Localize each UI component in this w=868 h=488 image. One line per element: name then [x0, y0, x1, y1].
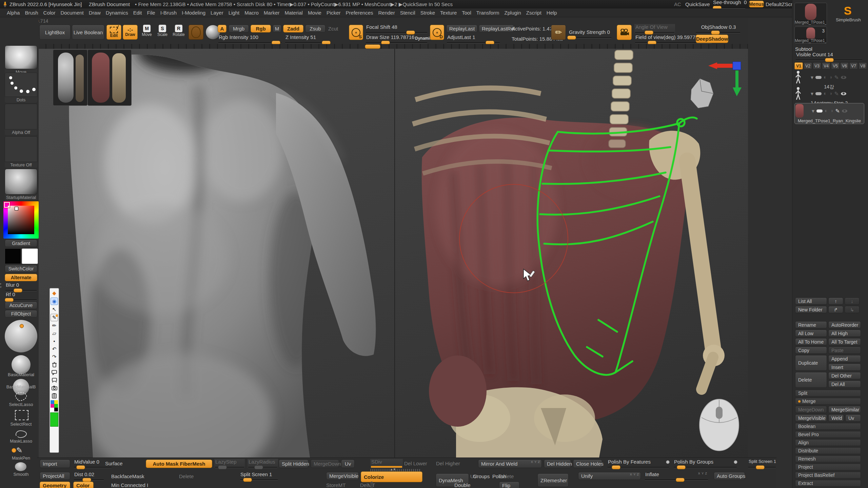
displacement-icon[interactable]: ◑: [829, 90, 832, 97]
bevel-pro-section-header[interactable]: Bevel Pro: [795, 431, 861, 438]
replay-last-button[interactable]: ReplayLast: [446, 25, 477, 33]
min-connected-button[interactable]: Min Connected I: [111, 482, 148, 488]
tray-scroll-arrows[interactable]: ▸▾: [0, 282, 2, 289]
color-sphere-picker[interactable]: [5, 320, 37, 352]
select-cursor-icon[interactable]: ↖: [51, 306, 58, 313]
split-screen-slider-bottom[interactable]: Split Screen 1: [748, 459, 776, 468]
delete-button[interactable]: Delete: [795, 372, 827, 388]
swatch-grid[interactable]: [51, 400, 58, 411]
visibility-icon[interactable]: [841, 92, 846, 95]
main-color-swatch[interactable]: [5, 248, 21, 264]
mask-lasso-icon[interactable]: [14, 429, 28, 439]
groups-bottom-button[interactable]: Groups: [473, 473, 490, 479]
subtool-down-button[interactable]: ↓: [845, 298, 860, 305]
anchor-a-button[interactable]: A: [218, 25, 226, 33]
distribute-section-header[interactable]: Distribute: [795, 447, 861, 454]
list-all-button[interactable]: List All: [795, 298, 827, 305]
menu-marker[interactable]: Marker: [264, 10, 280, 16]
paintbrush-icon[interactable]: ✎: [834, 74, 839, 81]
angle-of-view-slider[interactable]: Angle Of View: [634, 24, 675, 33]
merge-visible-bottom-button[interactable]: MergeVisible: [326, 472, 359, 480]
polypaint-icon[interactable]: [816, 109, 823, 113]
color-picker[interactable]: [3, 201, 39, 239]
clipboard-icon[interactable]: [51, 392, 58, 399]
live-boolean-button[interactable]: Live Boolean: [72, 25, 104, 40]
select-rect-icon[interactable]: [15, 410, 28, 420]
menu-tool[interactable]: Tool: [462, 10, 471, 16]
mergedown-button[interactable]: MergeDown: [311, 460, 339, 468]
menus-toggle-button[interactable]: Menus: [749, 1, 764, 7]
uv-icon[interactable]: ◐: [824, 90, 827, 97]
menu-zplugin[interactable]: Zplugin: [505, 10, 521, 16]
del-hidden-button[interactable]: Del Hidden: [544, 460, 571, 468]
menu-alpha[interactable]: Alpha: [7, 10, 20, 16]
menu-edit[interactable]: Edit: [133, 10, 142, 16]
gradient-button[interactable]: Gradient: [5, 240, 37, 247]
colorize-button[interactable]: Colorize: [361, 471, 422, 482]
edit-mode-button[interactable]: ╱Edit: [106, 25, 121, 40]
color-button[interactable]: Color: [73, 482, 94, 488]
close-holes-button[interactable]: Close Holes: [573, 460, 602, 468]
draw-size-icon-button[interactable]: +D: [430, 25, 444, 40]
current-brush-preview[interactable]: [189, 25, 203, 40]
menu-macro[interactable]: Macro: [244, 10, 259, 16]
subtool-item-selected[interactable]: ▾◐◑✎ Merged_TPose1_Ryan_Kingslie: [794, 103, 864, 124]
scale-mode-button[interactable]: SScale: [155, 25, 170, 37]
boolean-section-header[interactable]: Boolean: [795, 423, 861, 430]
all-low-button[interactable]: All Low: [795, 330, 827, 337]
auto-reorder-button[interactable]: AutoReorder: [828, 321, 861, 328]
replay-last-rel-button[interactable]: ReplayLastRel: [479, 25, 514, 33]
subtool-up-button[interactable]: ↑: [828, 298, 843, 305]
focal-shift-icon-button[interactable]: +S: [349, 25, 363, 40]
duplicate-button[interactable]: Duplicate: [795, 355, 827, 371]
tab-v8[interactable]: V8: [859, 62, 867, 69]
uv-icon[interactable]: ◐: [825, 108, 828, 114]
merge-down-button[interactable]: MergeDown: [795, 406, 827, 413]
texture-selector[interactable]: Texture Off: [5, 136, 37, 168]
tab-v2[interactable]: V2: [804, 62, 812, 69]
simple-brush-tool[interactable]: SSimpleBrush: [836, 4, 860, 22]
tab-v3[interactable]: V3: [813, 62, 821, 69]
menu-help[interactable]: Help: [547, 10, 557, 16]
obj-shadow-slider[interactable]: ObjShadow 0.3: [695, 24, 741, 33]
m-button[interactable]: M: [273, 25, 281, 33]
inflate-slider[interactable]: InflateX Y Z: [644, 471, 709, 481]
eraser-tool-icon[interactable]: ▱: [51, 330, 58, 337]
menu-color[interactable]: Color: [43, 10, 56, 16]
split-screen-slider-2[interactable]: Split Screen 1: [239, 471, 278, 481]
subtool-header[interactable]: Subtool: [795, 46, 812, 52]
undo-icon[interactable]: ↶: [51, 346, 58, 352]
rgb-button[interactable]: Rgb: [251, 25, 271, 33]
dynamic-draw-size-toggle[interactable]: Dynamic: [415, 36, 432, 41]
zsub-button[interactable]: Zsub: [305, 25, 326, 33]
projector-icon[interactable]: [51, 377, 58, 384]
menu-movie[interactable]: Movie: [308, 10, 321, 16]
sdiv-slider[interactable]: SDiv: [370, 459, 403, 468]
tab-v6[interactable]: V6: [840, 62, 849, 69]
deep-shadow-button[interactable]: DeepShadow: [696, 35, 728, 43]
double-button[interactable]: Double: [454, 482, 471, 488]
pin-icon[interactable]: ◆: [51, 290, 58, 297]
menu-file[interactable]: File: [147, 10, 155, 16]
canvas-scroll-handle[interactable]: [365, 44, 380, 49]
mirror-and-weld-button[interactable]: Mirror And WeldX Y Z: [478, 460, 542, 468]
visibility-icon[interactable]: [841, 76, 846, 79]
geometry-button[interactable]: Geometry: [40, 482, 70, 488]
all-to-target-button[interactable]: All To Target: [828, 338, 861, 345]
alpha-selector[interactable]: Alpha Off: [5, 104, 37, 135]
stroke-type-dots[interactable]: Dots: [5, 73, 37, 103]
backfacemask-button[interactable]: BackfaceMask: [111, 473, 144, 479]
see-through-slider[interactable]: See-through 0: [712, 0, 746, 8]
reference-thumbnail-anatomy[interactable]: [87, 49, 132, 106]
note-bubble-icon[interactable]: [51, 369, 58, 376]
lazyradius-slider[interactable]: LazyRadius: [248, 459, 278, 468]
mask-pen-icon[interactable]: ✎: [16, 446, 22, 455]
polypaint-arrow-icon[interactable]: ▾: [811, 90, 813, 97]
move-out-folder-button[interactable]: ↳: [845, 306, 860, 313]
delete-button-bottom[interactable]: Delete: [179, 473, 194, 479]
tab-v7[interactable]: V7: [849, 62, 858, 69]
align-section-header[interactable]: Align: [795, 439, 861, 446]
polypaint-arrow-icon[interactable]: ▾: [811, 74, 813, 81]
zremesher-button[interactable]: ZRemesher: [537, 473, 569, 487]
remesh-section-header[interactable]: Remesh: [795, 455, 861, 462]
